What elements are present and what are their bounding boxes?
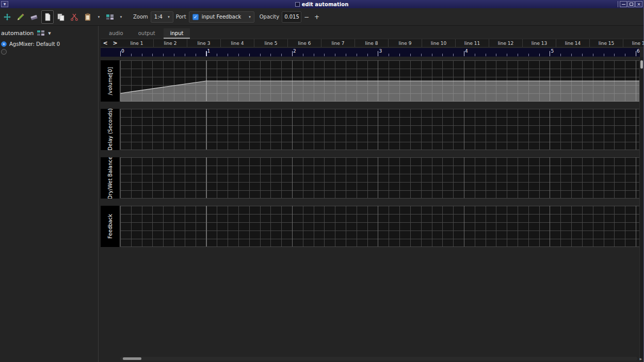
machine-label: AgsMixer: Default 0 — [9, 41, 60, 47]
nav-prev-button[interactable]: < — [101, 39, 110, 47]
automation-track: Feedback — [101, 206, 640, 247]
copy-icon — [57, 13, 65, 21]
window-title: edit automation — [302, 2, 349, 7]
track-label: /volume[0] — [101, 60, 119, 102]
machine-selector-sidebar: automation ▼ AgsMixer: Default 0 — [0, 26, 99, 362]
machine-radio-row[interactable]: AgsMixer: Default 0 — [0, 40, 98, 48]
line-header[interactable]: line 16 — [623, 39, 643, 47]
line-header[interactable]: line 4 — [221, 39, 254, 47]
line-header[interactable]: line 8 — [355, 39, 389, 47]
close-button[interactable]: × — [635, 1, 642, 7]
horizontal-scrollbar-thumb[interactable] — [123, 357, 141, 360]
crosshair-icon — [3, 13, 11, 21]
ruler-number: 2 — [293, 48, 296, 54]
automation-track: Dry/Wet Balance — [101, 157, 640, 199]
line-header[interactable]: line 5 — [254, 39, 288, 47]
ruler-number: 6 — [637, 48, 640, 54]
tool-menu-dropdown[interactable]: ▾ — [95, 10, 103, 24]
timeline-ruler: 0123456 — [101, 48, 640, 57]
line-header[interactable]: line 13 — [523, 39, 556, 47]
edit-tool-button[interactable] — [14, 10, 27, 24]
minimize-button[interactable] — [620, 1, 627, 7]
line-header[interactable]: line 9 — [389, 39, 422, 47]
automation-grid[interactable] — [120, 157, 640, 199]
line-header[interactable]: line 7 — [321, 39, 355, 47]
machine-selector-header: automation ▼ — [0, 26, 98, 40]
port-combobox[interactable]: ✓ input Feedback ▾ — [189, 11, 254, 23]
ruler-number: 0 — [121, 48, 124, 54]
vertical-scrollbar-thumb[interactable] — [640, 60, 643, 69]
line-header[interactable]: line 3 — [187, 39, 221, 47]
selector-title: automation — [1, 30, 34, 37]
window-menu-button[interactable]: ▼ — [1, 1, 8, 7]
machine-tool-dropdown[interactable]: ▾ — [117, 10, 125, 24]
port-value: input Feedback — [202, 14, 246, 20]
app-icon — [295, 2, 300, 7]
line-header-row: < > line 1line 2line 3line 4line 5line 6… — [101, 39, 643, 47]
line-header[interactable]: line 12 — [489, 39, 523, 47]
automation-editor: audio output input < > line 1line 2line … — [99, 26, 643, 362]
automation-grid[interactable] — [120, 60, 640, 102]
automation-track: /volume[0] — [101, 60, 640, 102]
position-tool-button[interactable] — [1, 10, 13, 24]
line-header[interactable]: line 2 — [154, 39, 187, 47]
line-header-strip: line 1line 2line 3line 4line 5line 6line… — [120, 39, 643, 47]
paste-icon — [84, 13, 92, 21]
window-controls: × — [618, 1, 642, 7]
tracks-container: /volume[0]Delay (Seconds)Dry/Wet Balance… — [101, 60, 640, 254]
titlebar: ▼ edit automation × — [0, 0, 643, 8]
zoom-label: Zoom — [133, 14, 148, 20]
scope-tabbar: audio output input — [99, 26, 643, 39]
machine-tool-icon — [106, 13, 114, 21]
ruler-strip: 0123456 — [120, 48, 640, 57]
nav-next-button[interactable]: > — [110, 39, 120, 47]
chevron-down-icon: ▾ — [168, 15, 170, 19]
opacity-increment-button[interactable]: + — [312, 11, 322, 23]
toolbar: ▾ ▾ Zoom 1:4 ▾ Port ✓ input Feedback ▾ O… — [0, 8, 643, 26]
tab-input[interactable]: input — [164, 28, 190, 39]
vertical-scrollbar[interactable] — [639, 57, 643, 359]
eraser-icon — [30, 13, 38, 21]
line-header[interactable]: line 15 — [590, 39, 623, 47]
window-controls-separator — [618, 1, 618, 7]
port-label: Port — [176, 14, 186, 20]
ruler-number: 3 — [379, 48, 382, 54]
cut-tool-button[interactable] — [68, 10, 81, 24]
zoom-value: 1:4 — [154, 14, 163, 20]
line-header[interactable]: line 11 — [456, 39, 489, 47]
zoom-combobox[interactable]: 1:4 ▾ — [151, 11, 173, 23]
port-checkbox[interactable]: ✓ — [192, 14, 199, 20]
line-header[interactable]: line 14 — [556, 39, 590, 47]
line-header[interactable]: line 10 — [422, 39, 456, 47]
machine-radio-row[interactable] — [0, 48, 98, 56]
select-tool-button[interactable] — [41, 10, 54, 24]
opacity-label: Opacity — [260, 14, 279, 20]
automation-grid[interactable] — [120, 109, 640, 150]
scissors-icon — [70, 13, 78, 21]
tab-output[interactable]: output — [132, 28, 162, 39]
paste-tool-button[interactable] — [82, 10, 94, 24]
line-header[interactable]: line 6 — [288, 39, 321, 47]
ruler-number: 4 — [465, 48, 468, 54]
track-label: Feedback — [101, 206, 119, 247]
clear-tool-button[interactable] — [28, 10, 40, 24]
selector-dropdown-arrow[interactable]: ▼ — [48, 31, 51, 36]
document-select-icon — [43, 13, 52, 21]
automation-grid[interactable] — [120, 206, 640, 247]
maximize-button[interactable] — [627, 1, 635, 7]
opacity-decrement-button[interactable]: − — [301, 11, 312, 23]
machine-radio-selected[interactable] — [1, 41, 7, 47]
line-header[interactable]: line 1 — [120, 39, 154, 47]
opacity-input[interactable]: 0.015 — [282, 11, 301, 23]
minimize-icon — [622, 4, 625, 5]
edit-automation-window: ▼ edit automation × — [0, 0, 644, 362]
maximize-icon — [630, 3, 633, 6]
horizontal-scrollbar[interactable] — [120, 357, 637, 360]
ruler-number: 5 — [551, 48, 554, 54]
ruler-number: 1 — [207, 48, 211, 54]
tab-audio[interactable]: audio — [102, 28, 130, 39]
scroll-right-arrow-icon[interactable]: ▶ — [639, 357, 642, 360]
machine-radio[interactable] — [1, 49, 7, 55]
copy-tool-button[interactable] — [55, 10, 67, 24]
machine-tool-button[interactable] — [104, 10, 116, 24]
